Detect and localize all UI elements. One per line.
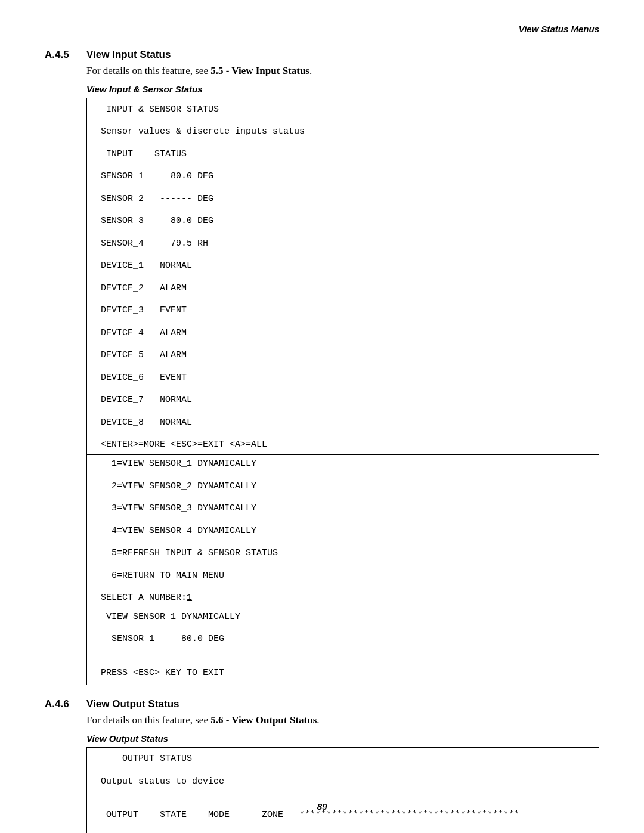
b2-desc: Output status to device	[95, 776, 590, 788]
b1-p1-row: SENSOR_3 80.0 DEG	[95, 216, 590, 227]
b1-p2-menu: 5=REFRESH INPUT & SENSOR STATUS	[95, 548, 590, 559]
b1-p2-menu: 1=VIEW SENSOR_1 DYNAMICALLY	[95, 459, 590, 470]
b1-p1-row: DEVICE_7 NORMAL	[95, 395, 590, 406]
b1-p3-title: VIEW SENSOR_1 DYNAMICALLY	[95, 612, 590, 623]
section-body-a45: For details on this feature, see 5.5 - V…	[86, 64, 599, 78]
b1-p3-value: SENSOR_1 80.0 DEG	[95, 634, 590, 645]
block2-caption: View Output Status	[86, 733, 599, 744]
b1-p1-row: DEVICE_8 NORMAL	[95, 417, 590, 429]
section-body-a46: For details on this feature, see 5.6 - V…	[86, 714, 599, 727]
b1-p1-row: SENSOR_2 ------ DEG	[95, 194, 590, 205]
body-pre: For details on this feature, see	[86, 65, 210, 76]
body-post: .	[309, 65, 312, 76]
b1-p2-menu: 2=VIEW SENSOR_2 DYNAMICALLY	[95, 481, 590, 493]
b1-divider1	[87, 454, 599, 455]
b1-p1-footer: <ENTER>=MORE <ESC>=EXIT <A>=ALL	[95, 439, 590, 451]
block1-caption: View Input & Sensor Status	[86, 84, 599, 94]
b1-p2-menu: 3=VIEW SENSOR_3 DYNAMICALLY	[95, 503, 590, 515]
body-xref: 5.5 - View Input Status	[210, 65, 309, 76]
b1-p1-row: SENSOR_1 80.0 DEG	[95, 171, 590, 182]
section-title-a45: View Input Status	[86, 49, 171, 61]
body-post: .	[317, 714, 319, 726]
b1-p1-colhdr: INPUT STATUS	[95, 149, 590, 160]
b1-p3-footer: PRESS <ESC> KEY TO EXIT	[95, 668, 590, 679]
b1-p2-prompt-label: SELECT A NUMBER:	[95, 593, 187, 603]
section-number-a45: A.4.5	[45, 49, 78, 61]
running-header: View Status Menus	[45, 24, 599, 34]
b1-divider2	[87, 608, 599, 608]
b1-p1-row: DEVICE_2 ALARM	[95, 283, 590, 295]
section-number-a46: A.4.6	[45, 698, 78, 710]
b1-p1-title: INPUT & SENSOR STATUS	[95, 104, 590, 116]
b1-p1-row: DEVICE_6 EVENT	[95, 373, 590, 384]
section-title-a46: View Output Status	[86, 698, 179, 710]
b1-p1-row: DEVICE_1 NORMAL	[95, 261, 590, 272]
page-number: 89	[0, 801, 644, 812]
b1-p2-prompt: SELECT A NUMBER:1	[95, 593, 590, 604]
block2-terminal: OUTPUT STATUS Output status to device OU…	[86, 747, 599, 833]
b1-p1-row: DEVICE_5 ALARM	[95, 350, 590, 361]
b1-p1-row: DEVICE_4 ALARM	[95, 328, 590, 339]
block1-terminal: INPUT & SENSOR STATUS Sensor values & di…	[86, 98, 599, 686]
b1-p1-row: DEVICE_3 EVENT	[95, 305, 590, 317]
b1-p1-desc: Sensor values & discrete inputs status	[95, 126, 590, 138]
body-xref: 5.6 - View Output Status	[210, 714, 317, 726]
b1-p1-row: SENSOR_4 79.5 RH	[95, 239, 590, 250]
header-rule	[45, 38, 599, 38]
b1-p2-menu: 6=RETURN TO MAIN MENU	[95, 571, 590, 582]
b2-title: OUTPUT STATUS	[95, 754, 590, 765]
body-pre: For details on this feature, see	[86, 714, 210, 726]
b1-p2-menu: 4=VIEW SENSOR_4 DYNAMICALLY	[95, 526, 590, 537]
b1-p2-prompt-value: 1	[187, 593, 192, 603]
